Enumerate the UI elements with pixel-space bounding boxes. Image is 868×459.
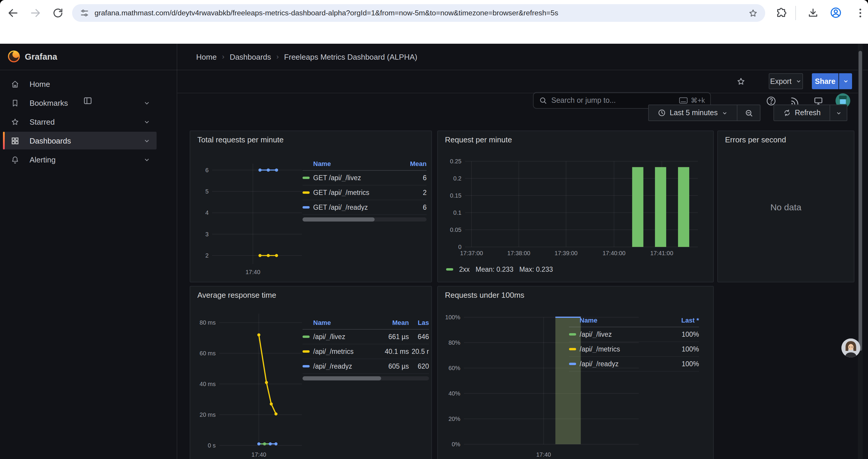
chevron-down-icon [795,78,802,85]
sidebar-item-label: Home [30,79,157,88]
panel-title[interactable]: Request per minute [445,135,512,144]
legend-scrollbar[interactable] [303,376,429,381]
legend-row[interactable]: /api/_/readyz 605 µs 620 [303,359,429,374]
breadcrumb-dashboards[interactable]: Dashboards [229,52,271,61]
grafana-header: Grafana Home › Dashboards › Freeleaps Me… [0,44,868,70]
series-swatch [303,350,310,353]
download-icon[interactable] [807,7,819,19]
sidebar-item-dashboards[interactable]: Dashboards [3,132,157,150]
legend-scrollbar[interactable] [303,218,427,222]
time-range-picker[interactable]: Last 5 minutes [648,104,737,121]
chevron-down-icon[interactable] [143,137,151,144]
browser-toolbar: grafana.mathmast.com/d/deytv4rwavabkb/fr… [0,0,868,26]
breadcrumb-page: Freeleaps Metrics Dashboard (ALPHA) [284,52,417,61]
svg-text:0 s: 0 s [208,442,216,449]
bookmark-icon [11,98,20,107]
page-scrollbar-thumb[interactable] [859,51,862,351]
svg-text:17:40: 17:40 [246,269,260,275]
sidebar-item-bookmarks[interactable]: Bookmarks [3,94,157,112]
grafana-logo-icon[interactable] [7,50,21,63]
chevron-down-icon [842,78,849,85]
series-swatch [569,348,576,350]
legend-table: Name Mean Las /api/_/livez 661 µs 646 /a… [303,316,429,381]
legend-row[interactable]: GET /api/_/metrics 2 [303,186,427,200]
back-icon[interactable] [7,7,19,19]
avg-response-time-chart[interactable]: 17:4080 ms60 ms40 ms20 ms0 s [199,308,306,459]
panel-total-requests[interactable]: Total requests per minute 17:4065432 Nam… [190,131,432,282]
address-bar[interactable]: grafana.mathmast.com/d/deytv4rwavabkb/fr… [72,4,765,22]
svg-text:0.2: 0.2 [453,175,462,182]
panel-request-per-minute[interactable]: Request per minute 17:37:0017:38:0017:39… [437,131,714,282]
profile-icon[interactable] [830,6,842,19]
extensions-icon[interactable] [775,7,787,19]
series-max: Max: 0.233 [519,266,553,273]
star-icon [11,117,20,126]
sidebar-item-label: Dashboards [30,136,143,145]
zoom-out-icon [744,108,753,117]
svg-text:20 ms: 20 ms [200,412,216,418]
bell-icon [11,155,20,164]
export-button[interactable]: Export [769,73,803,89]
chevron-down-icon[interactable] [143,156,151,163]
url-text[interactable]: grafana.mathmast.com/d/deytv4rwavabkb/fr… [95,9,748,17]
breadcrumb: Home › Dashboards › Freeleaps Metrics Da… [196,44,417,70]
sidebar-item-starred[interactable]: Starred [3,113,157,131]
legend-header[interactable]: Name Last * [569,314,699,327]
share-menu-button[interactable] [839,73,852,89]
request-per-minute-chart[interactable]: 17:37:0017:38:0017:39:0017:40:0017:41:00… [440,157,706,258]
series-name[interactable]: 2xx [459,266,470,273]
breadcrumb-home[interactable]: Home [196,52,217,61]
svg-text:60%: 60% [448,365,460,371]
favorite-star-icon[interactable] [736,77,746,86]
brand-title: Grafana [25,44,57,70]
legend-row[interactable]: /api/_/metrics 100% [569,342,699,357]
panel-avg-response-time[interactable]: Average response time 17:4080 ms60 ms40 … [190,286,432,459]
legend-header[interactable]: Name Mean Las [303,316,429,330]
menu-kebab-icon[interactable] [855,7,866,19]
panel-requests-under-100ms[interactable]: Requests under 100ms 17:40100%80%60%40%2… [437,286,714,459]
series-swatch [303,191,310,194]
refresh-button[interactable]: Refresh [773,104,830,121]
panel-errors-per-second[interactable]: Errors per second No data [717,131,855,282]
panel-title[interactable]: Requests under 100ms [445,291,524,299]
refresh-interval-button[interactable] [830,104,847,121]
sidebar-item-home[interactable]: Home [3,75,157,93]
legend-table: Name Last * /api/_/livez 100% /api/_/met… [569,314,699,371]
svg-text:17:37:00: 17:37:00 [460,250,483,256]
svg-text:0.25: 0.25 [450,158,462,165]
chevron-down-icon [835,109,842,116]
reload-icon[interactable] [52,7,64,19]
svg-text:80%: 80% [448,339,460,346]
legend-row[interactable]: /api/_/livez 661 µs 646 [303,330,429,345]
breadcrumb-sep: › [277,53,279,61]
sidebar-item-alerting[interactable]: Alerting [3,151,157,168]
legend-row[interactable]: GET /api/_/livez 6 [303,171,427,186]
total-requests-chart[interactable]: 17:4065432 [199,159,306,277]
panel-title[interactable]: Errors per second [725,135,786,144]
active-indicator [3,132,5,150]
search-placeholder: Search or jump to... [551,96,675,104]
svg-text:17:38:00: 17:38:00 [507,250,530,256]
chevron-down-icon[interactable] [143,99,151,107]
panel-title[interactable]: Total requests per minute [197,135,284,144]
search-shortcut: ⌘+k [679,96,705,104]
legend-header[interactable]: Name Mean [303,157,427,171]
share-button[interactable]: Share [812,73,838,89]
bookmark-star-icon[interactable] [748,8,758,18]
legend-row[interactable]: GET /api/_/readyz 6 [303,200,427,215]
chevron-down-icon[interactable] [143,118,151,126]
legend-row[interactable]: /api/_/livez 100% [569,327,699,342]
tune-icon[interactable] [80,8,89,18]
panel-title[interactable]: Average response time [197,291,276,299]
legend-row[interactable]: /api/_/metrics 40.1 ms 20.5 r [303,345,429,359]
refresh-icon [783,109,791,117]
legend-row[interactable]: /api/_/readyz 100% [569,357,699,371]
assistant-avatar[interactable] [841,338,860,357]
legend-inline[interactable]: 2xx Mean: 0.233 Max: 0.233 [446,266,553,273]
zoom-out-button[interactable] [737,104,761,121]
svg-text:0.15: 0.15 [450,192,462,199]
svg-text:17:40: 17:40 [536,451,551,458]
series-swatch [303,177,310,179]
forward-icon[interactable] [30,7,41,19]
svg-text:17:40: 17:40 [251,451,266,458]
